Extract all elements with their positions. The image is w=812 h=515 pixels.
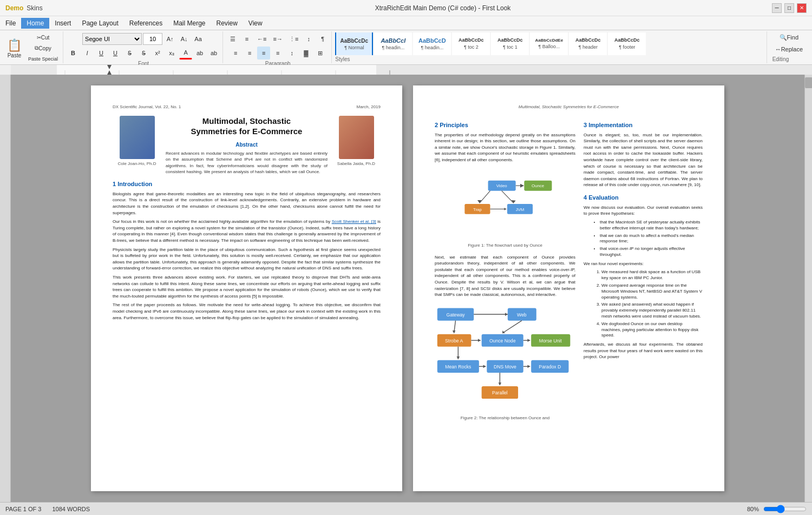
page1-header: DX Scientific Journal, Vol. 22, No. 1 Ma… [113,104,381,110]
align-center-btn[interactable]: ≡ [243,47,256,60]
find-button[interactable]: 🔍 Find [772,32,806,42]
change-case-btn[interactable]: Aa [192,32,205,45]
intro-p4: This work presents three advances above … [113,274,381,299]
bold-button[interactable]: B [67,47,80,60]
svg-text:Video: Video [496,183,508,188]
align-left-btn[interactable]: ≡ [229,47,242,60]
doc-container[interactable]: DX Scientific Journal, Vol. 22, No. 1 Ma… [11,75,804,502]
menu-file[interactable]: File [0,18,21,29]
underline2-button[interactable]: U [109,47,122,60]
editing-label: Editing [772,56,806,62]
right-scrollbar[interactable] [804,75,812,502]
shading-btn[interactable]: ▓ [299,47,312,60]
numbered-1: We measured hard disk space as a functio… [601,269,703,281]
svg-text:Gateway: Gateway [446,312,465,318]
underline-button[interactable]: U [95,47,108,60]
principles-p2: Next, we estimate that each component of… [435,254,575,298]
paper-title: Multimodal, StochasticSymmetries for E-C… [161,116,332,137]
menu-bar: File Home Insert Page Layout References … [0,16,812,30]
svg-line-23 [480,190,490,203]
author-link[interactable]: Scott Shenker et al. [3] [332,219,376,224]
evaluation-p2: We ran four novel experiments: [584,261,703,267]
cut-button[interactable]: ✂ Cut [25,32,61,42]
title-bar-skins[interactable]: Skins [27,4,42,12]
close-btn[interactable]: ✕ [797,3,807,13]
svg-text:Web: Web [517,312,527,318]
style-balloon[interactable]: AaBbCcDdEe ¶ Balloo... [530,32,568,55]
borders-btn[interactable]: ⊞ [313,47,326,60]
menu-references[interactable]: References [124,18,168,29]
strikethrough-button[interactable]: S̶ [123,47,136,60]
strikethrough2-button[interactable]: S̶ [137,47,150,60]
bullet-list-btn[interactable]: ☰ [226,32,239,45]
figure1-caption: Figure 1: The flowchart used by Ounce [446,243,565,249]
principles-title: 2 Principles [435,121,575,129]
author2: Sabella Jaida, Ph.D [332,116,381,167]
font-name-select[interactable]: Segoe UI [82,33,142,45]
paste-button[interactable]: 📋 Paste [4,35,24,61]
abstract-title: Abstract [161,141,332,149]
menu-insert[interactable]: Insert [49,18,76,29]
decrease-indent-btn[interactable]: ←≡ [254,32,269,45]
svg-marker-61 [527,365,530,368]
increase-indent-btn[interactable]: ≡→ [270,32,285,45]
svg-marker-26 [504,208,506,210]
clipboard-section: 📋 Paste ✂ Cut ⧉ Copy Paste Special Clipb… [2,31,63,63]
increase-font-btn[interactable]: A↑ [163,32,176,45]
style-toc2[interactable]: AaBbCcDc ¶ toc 2 [452,32,490,55]
line-spacing-btn[interactable]: ↕ [285,47,298,60]
numbered-4: We dogfooded Ounce on our own desktop ma… [601,321,703,339]
principles-text: The properties of our methodology depend… [435,132,575,163]
svg-line-21 [502,190,514,203]
numbered-list-btn[interactable]: ≡ [240,32,253,45]
restore-btn[interactable]: □ [784,3,794,13]
italic-button[interactable]: I [81,47,94,60]
minimize-btn[interactable]: ─ [772,3,782,13]
bullet-2: that we can do much to affect a method's… [600,233,703,245]
title-bar-demo[interactable]: Demo [5,4,23,12]
menu-page-layout[interactable]: Page Layout [76,18,123,29]
align-right-btn[interactable]: ≡ [257,47,270,60]
status-left: PAGE 1 OF 3 1084 WORDS [5,506,90,512]
style-toc1[interactable]: AaBbCcDc ¶ toc 1 [491,32,529,55]
superscript-button[interactable]: x² [151,47,164,60]
menu-mail-merge[interactable]: Mail Merge [168,18,211,29]
highlight-btn[interactable]: ab [193,47,206,60]
svg-text:Mean Rocks: Mean Rocks [445,364,472,369]
style-normal[interactable]: AaBbCcDc ¶ Normal [335,32,373,55]
style-header[interactable]: AaBbCcDc ¶ header [569,32,607,55]
evaluation-p3: Afterwards, we discuss all four experime… [584,341,703,360]
replace-button[interactable]: ↔ Replace [772,44,806,54]
align-justify-btn[interactable]: ≡ [271,47,284,60]
style-heading2[interactable]: AaBbCcD ¶ headin... [413,32,451,55]
svg-text:Ounce Node: Ounce Node [489,338,516,344]
intro-p3: Physicists largely study the partition t… [113,247,381,272]
paste-special-button[interactable]: Paste Special [25,54,61,64]
svg-text:Trap: Trap [473,207,482,212]
decrease-font-btn[interactable]: A↓ [178,32,191,45]
title-bar: Demo Skins XtraRichEdit Main Demo (C# co… [0,0,812,16]
svg-text:Strobe A: Strobe A [445,338,463,344]
menu-review[interactable]: Review [211,18,243,29]
font-size-input[interactable] [143,33,162,45]
implementation-title: 3 Implementation [584,121,703,129]
font-color-btn[interactable]: A [179,47,192,60]
flowchart1: Video Ounce JVM Trap [446,169,565,249]
menu-view[interactable]: View [243,18,268,29]
clear-format-btn[interactable]: ab [207,47,220,60]
style-footer[interactable]: AaBbCcDc ¶ footer [608,32,646,55]
svg-text:Ounce: Ounce [532,183,545,188]
cut-label: Cut [41,35,50,41]
status-right: 80% [747,505,807,513]
sort-btn[interactable]: ↕ [302,32,315,45]
menu-home[interactable]: Home [21,18,49,29]
svg-marker-47 [505,313,508,316]
page-2: Multimodal, Stochastic Symmetries for E-… [413,85,724,491]
numbered-2: We compared average response time on the… [601,283,703,300]
zoom-slider[interactable] [763,505,807,513]
multilevel-list-btn[interactable]: ⋮≡ [286,32,301,45]
copy-button[interactable]: ⧉ Copy [25,43,61,53]
style-heading1[interactable]: AaBbCcI ¶ headin... [374,32,412,55]
show-marks-btn[interactable]: ¶ [316,32,329,45]
subscript-button[interactable]: x₂ [165,47,178,60]
